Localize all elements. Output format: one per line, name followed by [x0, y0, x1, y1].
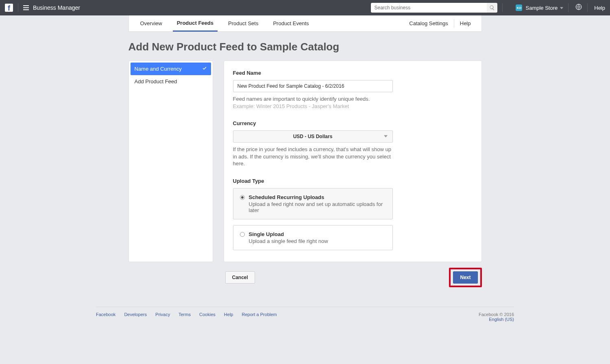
next-button[interactable]: Next	[453, 271, 477, 284]
currency-dropdown[interactable]: USD - US Dollars	[233, 130, 393, 143]
chevron-down-icon	[384, 134, 388, 139]
account-name: Sample Store	[525, 5, 558, 11]
footer-link-cookies[interactable]: Cookies	[199, 312, 216, 317]
action-row: Cancel Next	[129, 268, 482, 287]
tab-product-sets[interactable]: Product Sets	[224, 15, 262, 32]
facebook-logo-icon[interactable]: f	[5, 4, 13, 12]
option-title: Single Upload	[249, 231, 328, 237]
wizard-step-add-feed[interactable]: Add Product Feed	[129, 75, 213, 88]
search-box	[371, 3, 497, 13]
upload-type-label: Upload Type	[233, 178, 473, 184]
divider	[568, 3, 569, 12]
top-bar: f Business Manager KD Sample Store Help	[0, 0, 610, 15]
hamburger-menu-icon[interactable]	[23, 5, 29, 10]
wizard-step-name-currency[interactable]: Name and Currency	[131, 63, 211, 75]
currency-helper: If the price in your feed includes a cur…	[233, 146, 393, 167]
upload-type-scheduled-option[interactable]: Scheduled Recurring Uploads Upload a fee…	[233, 188, 393, 219]
divider	[96, 307, 514, 307]
tab-help-link[interactable]: Help	[457, 20, 474, 26]
option-title: Scheduled Recurring Uploads	[249, 194, 386, 200]
feed-name-label: Feed Name	[233, 70, 473, 76]
option-desc: Upload a single feed file right now	[249, 238, 328, 244]
form-panel: Feed Name Feed names are important to qu…	[224, 61, 482, 262]
wizard-step-label: Name and Currency	[135, 66, 182, 72]
footer-link-terms[interactable]: Terms	[179, 312, 191, 317]
currency-label: Currency	[233, 120, 473, 126]
divider	[502, 3, 503, 12]
footer-locale-link[interactable]: English (US)	[479, 317, 514, 322]
divider	[18, 3, 18, 12]
footer-link-help[interactable]: Help	[224, 312, 233, 317]
help-link[interactable]: Help	[594, 5, 605, 11]
account-switcher[interactable]: KD Sample Store	[516, 4, 563, 11]
option-desc: Upload a feed right now and set up autom…	[249, 201, 386, 213]
upload-type-single-option[interactable]: Single Upload Upload a single feed file …	[233, 225, 393, 250]
account-avatar-icon: KD	[516, 4, 522, 11]
radio-icon	[240, 232, 245, 237]
footer-link-report[interactable]: Report a Problem	[242, 312, 277, 317]
footer-link-facebook[interactable]: Facebook	[96, 312, 115, 317]
footer-links: Facebook Developers Privacy Terms Cookie…	[96, 312, 284, 322]
footer: Facebook Developers Privacy Terms Cookie…	[96, 312, 514, 322]
feed-name-input[interactable]	[233, 80, 393, 92]
currency-value: USD - US Dollars	[293, 134, 333, 139]
divider	[454, 19, 454, 28]
footer-copyright: Facebook © 2016	[479, 312, 514, 317]
wizard-step-label: Add Product Feed	[135, 78, 177, 84]
catalog-settings-link[interactable]: Catalog Settings	[406, 20, 451, 26]
search-input[interactable]	[371, 3, 487, 13]
footer-link-privacy[interactable]: Privacy	[155, 312, 170, 317]
annotation-highlight: Next	[449, 268, 481, 287]
cancel-button[interactable]: Cancel	[225, 271, 255, 284]
tab-strip: Overview Product Feeds Product Sets Prod…	[129, 15, 482, 32]
radio-icon	[240, 195, 245, 200]
tab-product-feeds[interactable]: Product Feeds	[173, 15, 218, 32]
notifications-globe-icon[interactable]	[575, 3, 582, 12]
search-icon	[489, 5, 495, 11]
footer-link-developers[interactable]: Developers	[124, 312, 147, 317]
check-icon	[202, 66, 207, 72]
tab-product-events[interactable]: Product Events	[269, 15, 313, 32]
chevron-down-icon	[560, 4, 563, 11]
divider	[587, 3, 588, 12]
search-button[interactable]	[487, 3, 497, 13]
feed-name-helper: Feed names are important to quickly iden…	[233, 95, 473, 110]
wizard-sidebar: Name and Currency Add Product Feed	[129, 61, 213, 262]
tab-overview[interactable]: Overview	[136, 15, 166, 32]
page-title: Add New Product Feed to Sample Catalog	[129, 41, 482, 53]
app-title: Business Manager	[33, 4, 80, 11]
